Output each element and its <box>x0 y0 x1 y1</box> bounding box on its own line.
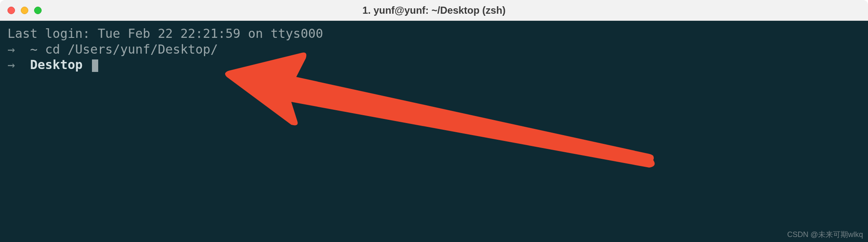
terminal-window: 1. yunf@yunf: ~/Desktop (zsh) Last login… <box>0 0 868 242</box>
titlebar: 1. yunf@yunf: ~/Desktop (zsh) <box>0 0 868 21</box>
close-icon[interactable] <box>7 7 15 14</box>
prompt-dir: ~ <box>30 42 37 57</box>
command-text: cd /Users/yunf/Desktop/ <box>37 42 218 57</box>
terminal-body[interactable]: Last login: Tue Feb 22 22:21:59 on ttys0… <box>0 21 868 242</box>
terminal-line-lastlogin: Last login: Tue Feb 22 22:21:59 on ttys0… <box>7 26 861 42</box>
prompt-arrow: → <box>7 42 30 57</box>
maximize-icon[interactable] <box>34 7 42 14</box>
traffic-lights <box>7 7 42 14</box>
window-title: 1. yunf@yunf: ~/Desktop (zsh) <box>362 5 506 16</box>
terminal-line-prompt: → Desktop <box>7 57 861 73</box>
terminal-line-cd: → ~ cd /Users/yunf/Desktop/ <box>7 42 861 57</box>
minimize-icon[interactable] <box>21 7 28 14</box>
cursor <box>92 59 98 72</box>
watermark: CSDN @未来可期wlkq <box>787 230 863 240</box>
prompt-arrow: → <box>7 57 30 72</box>
prompt-dir: Desktop <box>30 57 82 72</box>
